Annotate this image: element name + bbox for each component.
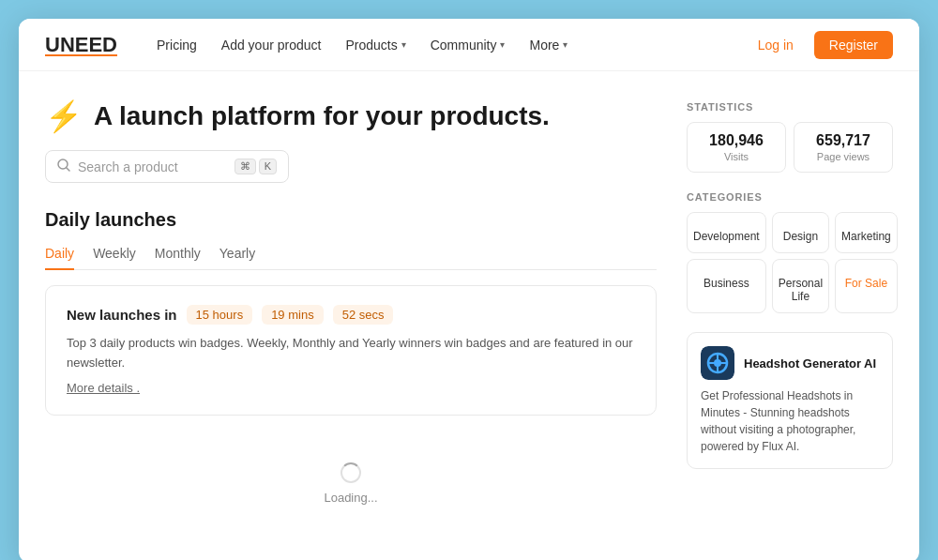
badge-secs: 52 secs <box>333 305 394 325</box>
stat-visits-label: Visits <box>699 151 774 162</box>
promo-header: Headshot Generator AI <box>701 346 879 380</box>
promo-card[interactable]: Headshot Generator AI Get Professional H… <box>687 332 893 469</box>
chevron-down-icon: ▾ <box>563 39 567 50</box>
launch-card: New launches in 15 hours 19 mins 52 secs… <box>45 285 657 416</box>
category-for-sale[interactable]: For Sale <box>835 259 898 313</box>
launch-desc: Top 3 daily products win badges. Weekly,… <box>67 334 635 373</box>
nav-add-product[interactable]: Add your product <box>212 32 331 58</box>
search-keyboard-shortcut: ⌘ K <box>234 159 277 174</box>
right-panel: STATISTICS 180,946 Visits 659,717 Page v… <box>687 101 893 533</box>
nav-more[interactable]: More ▾ <box>520 32 577 58</box>
search-bar[interactable]: Search a product ⌘ K <box>45 150 289 183</box>
nav-links: Pricing Add your product Products ▾ Comm… <box>147 32 747 58</box>
svg-line-1 <box>67 168 69 171</box>
launch-header: New launches in 15 hours 19 mins 52 secs <box>67 305 635 325</box>
loading-spinner <box>340 462 361 483</box>
categories-section: CATEGORIES Development Design Marketing … <box>687 191 893 313</box>
main-content: ⚡ A launch platform for your products. S… <box>19 71 919 560</box>
stat-pageviews: 659,717 Page views <box>794 122 893 173</box>
promo-title: Headshot Generator AI <box>744 356 876 371</box>
tab-monthly[interactable]: Monthly <box>155 246 201 270</box>
tab-weekly[interactable]: Weekly <box>93 246 136 270</box>
search-icon <box>57 159 70 174</box>
search-placeholder: Search a product <box>78 159 227 174</box>
tab-daily[interactable]: Daily <box>45 246 74 270</box>
browser-window: UNEED Pricing Add your product Products … <box>19 19 919 560</box>
logo[interactable]: UNEED <box>45 33 117 57</box>
navbar: UNEED Pricing Add your product Products … <box>19 19 919 71</box>
login-button[interactable]: Log in <box>747 32 805 58</box>
categories-grid: Development Design Marketing Business Pe… <box>687 212 893 313</box>
loading-area: Loading... <box>45 434 657 533</box>
badge-hours: 15 hours <box>187 305 253 325</box>
chevron-down-icon: ▾ <box>401 39 406 50</box>
stats-section: STATISTICS 180,946 Visits 659,717 Page v… <box>687 101 893 173</box>
nav-pricing[interactable]: Pricing <box>147 32 206 58</box>
nav-products[interactable]: Products ▾ <box>336 32 415 58</box>
stats-grid: 180,946 Visits 659,717 Page views <box>687 122 893 173</box>
category-personal-life[interactable]: Personal Life <box>772 259 829 313</box>
stat-visits: 180,946 Visits <box>687 122 786 173</box>
tabs: Daily Weekly Monthly Yearly <box>45 246 657 270</box>
stat-pageviews-number: 659,717 <box>806 132 881 149</box>
nav-community[interactable]: Community ▾ <box>421 32 515 58</box>
category-marketing[interactable]: Marketing <box>835 212 898 253</box>
hero-section: ⚡ A launch platform for your products. <box>45 101 657 131</box>
nav-actions: Log in Register <box>747 31 893 59</box>
launch-label: New launches in <box>67 307 177 323</box>
stats-label: STATISTICS <box>687 101 893 113</box>
hero-title: A launch platform for your products. <box>94 101 550 131</box>
stat-visits-number: 180,946 <box>699 132 774 149</box>
category-design[interactable]: Design <box>772 212 829 253</box>
category-development[interactable]: Development <box>687 212 766 253</box>
badge-mins: 19 mins <box>262 305 324 325</box>
promo-icon <box>701 346 734 380</box>
tab-yearly[interactable]: Yearly <box>219 246 255 270</box>
loading-text: Loading... <box>324 491 377 505</box>
left-panel: ⚡ A launch platform for your products. S… <box>45 101 687 533</box>
kbd-cmd: ⌘ <box>234 159 256 174</box>
stat-pageviews-label: Page views <box>806 151 881 162</box>
more-details-link[interactable]: More details . <box>67 381 140 395</box>
chevron-down-icon: ▾ <box>500 39 505 50</box>
category-business[interactable]: Business <box>687 259 766 313</box>
section-title: Daily launches <box>45 209 657 231</box>
bolt-icon: ⚡ <box>45 101 83 131</box>
register-button[interactable]: Register <box>814 31 893 59</box>
promo-desc: Get Professional Headshots in Minutes - … <box>701 387 879 455</box>
categories-label: CATEGORIES <box>687 191 893 203</box>
kbd-k: K <box>259 159 277 174</box>
